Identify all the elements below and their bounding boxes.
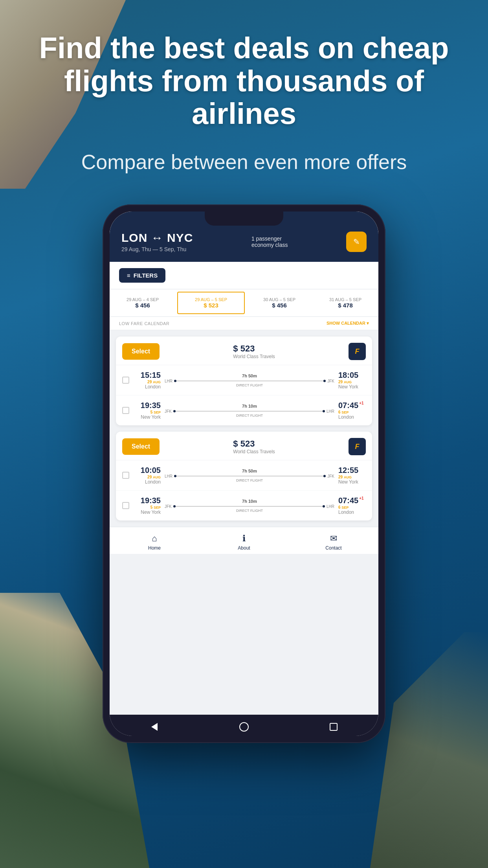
- origin-code-0-0: LHR: [165, 379, 172, 383]
- card-header-0: Select $ 523 World Class Travels F: [116, 337, 372, 365]
- arrive-time-1-0: 12:55: [338, 466, 366, 475]
- filters-button[interactable]: ≡ FILTERS: [119, 268, 165, 283]
- route-line-1-1: [173, 506, 325, 507]
- leg-depart-1-1: 19:35 5 SEP New York: [133, 496, 161, 515]
- phone-notch: [205, 211, 283, 226]
- leg-airports-0-0: LHR JFK: [165, 379, 334, 383]
- arrive-date-1-1: 6 SEP: [338, 505, 366, 509]
- phone-back-button[interactable]: [149, 721, 160, 733]
- filters-label: FILTERS: [134, 272, 158, 279]
- arrive-time-0-1: 07:45: [338, 401, 358, 410]
- nav-about-label: About: [238, 545, 250, 551]
- date-tab-1[interactable]: 29 AUG – 5 SEP $ 523: [177, 292, 245, 314]
- leg-checkbox-1-0[interactable]: [122, 472, 129, 479]
- card-price-info-0: $ 523 World Class Travels: [233, 344, 275, 359]
- leg-route-1-0: 7h 50m LHR JFK DIRECT FLIGHT: [165, 469, 334, 482]
- depart-city-0-0: London: [133, 384, 161, 390]
- arrive-city-0-0: New York: [338, 384, 366, 390]
- passenger-info: 1 passenger economy class: [251, 235, 288, 248]
- route-line-0-1: [173, 411, 325, 412]
- nav-contact-label: Contact: [325, 545, 341, 551]
- depart-city-1-1: New York: [133, 509, 161, 515]
- home-circle-icon: [239, 722, 249, 732]
- route-line-1-0: [174, 476, 326, 476]
- airline-logo-1: F: [349, 438, 366, 455]
- card-price-1: $ 523: [233, 439, 275, 449]
- origin-code-1-1: JFK: [165, 504, 172, 509]
- leg-duration-0-0: 7h 50m: [242, 373, 257, 378]
- route-dot-left-0-1: [173, 410, 176, 412]
- hero-section: Find the best deals on cheap flights fro…: [0, 31, 488, 174]
- nav-contact[interactable]: ✉ Contact: [289, 533, 378, 551]
- select-button-1[interactable]: Select: [122, 438, 160, 455]
- nav-home[interactable]: ⌂ Home: [110, 533, 199, 551]
- phone-recents-button[interactable]: [328, 721, 339, 733]
- hero-title: Find the best deals on cheap flights fro…: [31, 31, 457, 130]
- arrive-date-0-0: 29 AUG: [338, 380, 366, 384]
- leg-checkbox-0-0[interactable]: [122, 377, 129, 384]
- depart-time-1-1: 19:35: [133, 496, 161, 505]
- leg-route-0-1: 7h 10m JFK LHR DIRECT FLIGHT: [165, 404, 334, 417]
- leg-arrive-0-0: 18:05 29 AUG New York: [338, 371, 366, 390]
- route-line-0-0: [174, 381, 326, 381]
- depart-time-0-1: 19:35: [133, 401, 161, 410]
- bottom-nav: ⌂ Home ℹ About ✉ Contact: [110, 527, 378, 554]
- edit-button[interactable]: ✎: [346, 232, 367, 252]
- select-button-0[interactable]: Select: [122, 343, 160, 360]
- arrive-date-1-0: 29 AUG: [338, 475, 366, 479]
- leg-airports-0-1: JFK LHR: [165, 409, 334, 414]
- route-dot-left-1-1: [173, 505, 176, 508]
- route-dot-right-0-1: [323, 410, 325, 412]
- leg-arrive-0-1: 07:45 +1 6 SEP London: [338, 401, 366, 420]
- contact-icon: ✉: [330, 533, 337, 544]
- back-arrow-icon: [151, 723, 158, 731]
- phone-home-button[interactable]: [238, 721, 250, 733]
- leg-depart-0-1: 19:35 5 SEP New York: [133, 401, 161, 420]
- nav-home-label: Home: [148, 545, 161, 551]
- fare-calendar-label: LOW FARE CALENDAR: [119, 321, 169, 326]
- flight-leg-0-0: 15:15 29 AUG London 7h 50m LHR: [116, 365, 372, 395]
- card-airline-1: World Class Travels: [233, 449, 275, 454]
- depart-time-0-0: 15:15: [133, 371, 161, 380]
- date-tab-3[interactable]: 31 AUG – 5 SEP $ 478: [312, 289, 378, 316]
- show-calendar-button[interactable]: SHOW CALENDAR ▾: [327, 321, 369, 326]
- leg-arrive-1-1: 07:45 +1 6 SEP London: [338, 496, 366, 515]
- route-dot-left-1-0: [174, 475, 176, 477]
- date-tab-2[interactable]: 30 AUG – 5 SEP $ 456: [246, 289, 312, 316]
- nav-about[interactable]: ℹ About: [199, 533, 289, 551]
- route-dot-right-1-1: [323, 505, 325, 508]
- arrive-date-0-1: 6 SEP: [338, 410, 366, 414]
- phone-outer: LON ↔ NYC 29 Aug, Thu — 5 Sep, Thu 1 pas…: [103, 204, 385, 743]
- depart-time-1-0: 10:05: [133, 466, 161, 475]
- leg-duration-1-1: 7h 10m: [242, 499, 257, 504]
- next-day-badge-1-1: +1: [359, 496, 363, 500]
- hero-subtitle: Compare between even more offers: [31, 150, 457, 174]
- depart-date-0-1: 5 SEP: [133, 410, 161, 414]
- tab-price-2: $ 456: [249, 302, 310, 309]
- leg-checkbox-0-1[interactable]: [122, 407, 129, 414]
- edit-icon: ✎: [353, 237, 360, 246]
- route-dot-right-1-0: [323, 475, 326, 477]
- flight-leg-1-0: 10:05 29 AUG London 7h 50m LHR: [116, 460, 372, 490]
- arrive-time-0-0: 18:05: [338, 371, 366, 380]
- dest-code-0-0: JFK: [327, 379, 334, 383]
- flight-type-0-1: DIRECT FLIGHT: [236, 414, 263, 417]
- date-tab-0[interactable]: 29 AUG – 4 SEP $ 456: [110, 289, 176, 316]
- card-price-info-1: $ 523 World Class Travels: [233, 439, 275, 454]
- home-icon: ⌂: [152, 533, 157, 544]
- dest-code-0-1: LHR: [327, 409, 334, 414]
- arrive-city-1-1: London: [338, 509, 366, 515]
- route-dot-left-0-0: [174, 380, 176, 382]
- tab-date-1: 29 AUG – 5 SEP: [180, 297, 242, 302]
- leg-arrive-1-0: 12:55 29 AUG New York: [338, 466, 366, 485]
- flight-type-1-1: DIRECT FLIGHT: [236, 509, 263, 513]
- dest-code-1-0: JFK: [327, 474, 334, 478]
- card-airline-0: World Class Travels: [233, 354, 275, 359]
- card-price-0: $ 523: [233, 344, 275, 354]
- phone-inner: LON ↔ NYC 29 Aug, Thu — 5 Sep, Thu 1 pas…: [110, 211, 378, 736]
- tab-price-0: $ 456: [112, 302, 173, 309]
- flight-route: LON ↔ NYC 29 Aug, Thu — 5 Sep, Thu: [121, 231, 193, 252]
- leg-checkbox-1-1[interactable]: [122, 502, 129, 509]
- about-icon: ℹ: [242, 533, 246, 544]
- airline-logo-0: F: [349, 343, 366, 360]
